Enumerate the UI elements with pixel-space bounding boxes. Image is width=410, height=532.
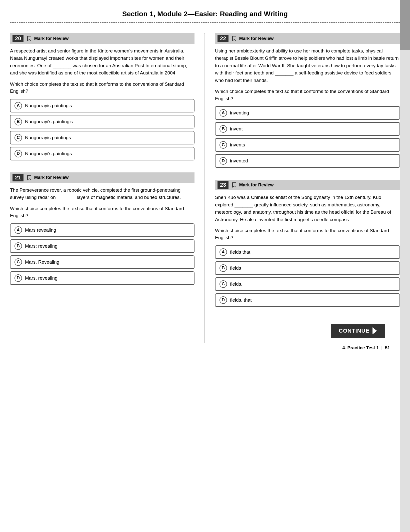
question-20-passage: A respected artist and senior figure in … bbox=[10, 47, 194, 77]
question-20: 20 Mark for Review A respected artist an… bbox=[10, 33, 194, 160]
question-21-header: 21 Mark for Review bbox=[10, 172, 194, 183]
question-22-option-c[interactable]: C invents bbox=[215, 138, 400, 152]
bookmark-icon-22[interactable] bbox=[232, 36, 236, 41]
question-22-header: 22 Mark for Review bbox=[215, 33, 400, 44]
option-text-b: Nungurrayi's painting's bbox=[25, 119, 73, 124]
question-22-number: 22 bbox=[218, 35, 228, 42]
option-text-22-b: invent bbox=[230, 126, 243, 132]
option-letter-21-b: B bbox=[14, 242, 22, 250]
option-text-23-a: fields that bbox=[230, 249, 250, 255]
mark-for-review-label-20[interactable]: Mark for Review bbox=[34, 36, 68, 41]
option-text-d: Nungurrayi's paintings bbox=[25, 151, 72, 156]
page-number: 51 bbox=[385, 345, 390, 350]
mark-for-review-label-22[interactable]: Mark for Review bbox=[239, 36, 274, 41]
option-text-23-c: fields, bbox=[230, 281, 242, 287]
question-23-option-c[interactable]: C fields, bbox=[215, 277, 400, 291]
option-text-21-b: Mars; revealing bbox=[25, 243, 58, 249]
option-letter-22-d: D bbox=[220, 157, 227, 165]
question-21-option-a[interactable]: A Mars revealing bbox=[10, 223, 194, 237]
question-22-option-a[interactable]: A inventing bbox=[215, 106, 400, 120]
page-title: Section 1, Module 2—Easier: Reading and … bbox=[10, 10, 400, 18]
option-text-22-c: invents bbox=[230, 142, 245, 148]
option-letter-22-c: C bbox=[220, 141, 227, 149]
mark-for-review-label-21[interactable]: Mark for Review bbox=[34, 175, 68, 180]
bookmark-icon-21[interactable] bbox=[27, 175, 32, 180]
question-22-passage: Using her ambidexterity and ability to u… bbox=[215, 47, 400, 84]
question-20-option-a[interactable]: A Nungurrayis painting's bbox=[10, 99, 194, 112]
arrow-right-icon bbox=[372, 327, 377, 334]
question-21-passage: The Perseverance rover, a robotic vehicl… bbox=[10, 186, 194, 201]
bookmark-icon[interactable] bbox=[27, 36, 32, 41]
question-22-option-b[interactable]: B invent bbox=[215, 122, 400, 136]
question-22-prompt: Which choice completes the text so that … bbox=[215, 88, 400, 102]
option-text-c: Nungurrayis paintings bbox=[25, 135, 71, 140]
question-23-passage: Shen Kuo was a Chinese scientist of the … bbox=[215, 194, 400, 223]
option-letter-b: B bbox=[14, 118, 22, 125]
option-text-23-d: fields, that bbox=[230, 297, 252, 303]
question-23-option-d[interactable]: D fields, that bbox=[215, 293, 400, 307]
question-23-number: 23 bbox=[218, 181, 228, 189]
question-22: 22 Mark for Review Using her ambidexteri… bbox=[215, 33, 400, 168]
option-letter-22-a: A bbox=[220, 109, 227, 117]
question-21: 21 Mark for Review The Perseverance rove… bbox=[10, 172, 194, 285]
question-21-option-c[interactable]: C Mars. Revealing bbox=[10, 255, 194, 269]
option-text-21-a: Mars revealing bbox=[25, 227, 56, 233]
option-letter-23-d: D bbox=[220, 296, 227, 304]
question-20-option-b[interactable]: B Nungurrayi's painting's bbox=[10, 115, 194, 128]
option-letter-c: C bbox=[14, 134, 22, 141]
bookmark-icon-23[interactable] bbox=[232, 182, 236, 188]
option-letter-21-c: C bbox=[14, 258, 22, 266]
mark-for-review-label-23[interactable]: Mark for Review bbox=[239, 182, 274, 188]
option-letter-23-c: C bbox=[220, 280, 227, 288]
question-21-number: 21 bbox=[12, 174, 24, 181]
option-letter-22-b: B bbox=[220, 125, 227, 133]
question-22-option-d[interactable]: D invented bbox=[215, 154, 400, 168]
question-23: 23 Mark for Review Shen Kuo was a Chines… bbox=[215, 180, 400, 307]
continue-button[interactable]: CONTINUE bbox=[331, 324, 385, 338]
option-text-23-b: fields bbox=[230, 265, 241, 271]
question-20-header: 20 Mark for Review bbox=[10, 33, 194, 44]
question-23-prompt: Which choice completes the text so that … bbox=[215, 227, 400, 241]
option-text-a: Nungurrayis painting's bbox=[25, 103, 72, 108]
option-letter-a: A bbox=[14, 102, 22, 109]
question-23-header: 23 Mark for Review bbox=[215, 180, 400, 190]
footer-label: 4. Practice Test 1 bbox=[342, 345, 379, 350]
question-21-prompt: Which choice completes the text so that … bbox=[10, 205, 194, 219]
question-21-option-b[interactable]: B Mars; revealing bbox=[10, 239, 194, 253]
option-letter-d: D bbox=[14, 150, 22, 157]
option-text-22-d: invented bbox=[230, 158, 248, 164]
option-text-22-a: inventing bbox=[230, 110, 249, 116]
option-letter-21-a: A bbox=[14, 226, 22, 234]
question-20-option-c[interactable]: C Nungurrayis paintings bbox=[10, 131, 194, 144]
question-20-prompt: Which choice completes the text so that … bbox=[10, 81, 194, 95]
question-23-option-a[interactable]: A fields that bbox=[215, 245, 400, 259]
question-21-option-d[interactable]: D Mars, revealing bbox=[10, 271, 194, 285]
question-23-option-b[interactable]: B fields bbox=[215, 261, 400, 275]
footer: 4. Practice Test 1 | 51 bbox=[10, 345, 400, 351]
continue-button-label: CONTINUE bbox=[339, 328, 370, 334]
question-20-number: 20 bbox=[12, 35, 24, 42]
option-letter-21-d: D bbox=[14, 274, 22, 282]
option-letter-23-b: B bbox=[220, 264, 227, 272]
option-text-21-c: Mars. Revealing bbox=[25, 259, 59, 265]
bottom-bar: CONTINUE bbox=[215, 319, 400, 343]
option-text-21-d: Mars, revealing bbox=[25, 275, 58, 281]
option-letter-23-a: A bbox=[220, 248, 227, 256]
question-20-option-d[interactable]: D Nungurrayi's paintings bbox=[10, 147, 194, 160]
section-divider bbox=[10, 22, 400, 23]
